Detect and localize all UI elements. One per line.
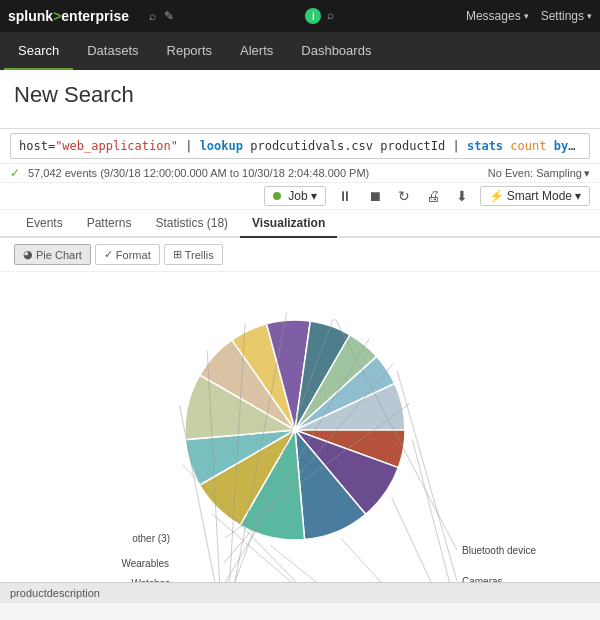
page-title: New Search bbox=[14, 82, 586, 108]
nav-item-datasets[interactable]: Datasets bbox=[73, 32, 152, 70]
svg-line-12 bbox=[392, 498, 457, 582]
tabs-row: Events Patterns Statistics (18) Visualiz… bbox=[0, 210, 600, 238]
nav-item-reports[interactable]: Reports bbox=[153, 32, 227, 70]
chevron-down-icon: ▾ bbox=[524, 11, 529, 21]
lightning-icon: ⚡ bbox=[489, 189, 504, 203]
stop-icon[interactable]: ⏹ bbox=[364, 186, 386, 206]
smart-mode-button[interactable]: ⚡ Smart Mode ▾ bbox=[480, 186, 590, 206]
chevron-down-icon: ▾ bbox=[575, 189, 581, 203]
chevron-down-icon: ▾ bbox=[587, 11, 592, 21]
search-bar-container: host="web_application" | lookup prodcuti… bbox=[0, 129, 600, 164]
search-input[interactable]: host="web_application" | lookup prodcuti… bbox=[10, 133, 590, 159]
viz-toolbar: ◕ Pie Chart ✓ Format ⊞ Trellis bbox=[0, 238, 600, 272]
activity-icon[interactable]: ⌕ bbox=[149, 9, 156, 23]
settings-button[interactable]: Settings ▾ bbox=[541, 9, 592, 23]
event-count: 57,042 events (9/30/18 12:00:00.000 AM t… bbox=[28, 167, 369, 179]
chevron-down-icon: ▾ bbox=[584, 167, 590, 180]
search-icon[interactable]: ⌕ bbox=[327, 8, 334, 24]
page-header: New Search bbox=[0, 70, 600, 129]
svg-line-14 bbox=[397, 371, 457, 581]
chart-area: other (3)WearablesWatchesTabletsSpeakers… bbox=[0, 272, 600, 582]
download-icon[interactable]: ⬇ bbox=[452, 186, 472, 206]
trellis-icon: ⊞ bbox=[173, 248, 182, 261]
pie-chart-button[interactable]: ◕ Pie Chart bbox=[14, 244, 91, 265]
chart-label: Wearables bbox=[121, 558, 169, 569]
tab-statistics[interactable]: Statistics (18) bbox=[143, 210, 240, 238]
nav-item-alerts[interactable]: Alerts bbox=[226, 32, 287, 70]
nav-item-dashboards[interactable]: Dashboards bbox=[287, 32, 385, 70]
sampling-button[interactable]: No Even: Sampling ▾ bbox=[488, 167, 590, 180]
chart-label: other (3) bbox=[132, 533, 170, 544]
chart-label: Cameras bbox=[462, 576, 503, 582]
format-icon: ✓ bbox=[104, 248, 113, 261]
pie-chart-svg: other (3)WearablesWatchesTabletsSpeakers… bbox=[0, 272, 600, 582]
chart-label: Bluetooth device bbox=[462, 545, 536, 556]
edit-icon[interactable]: ✎ bbox=[164, 9, 174, 23]
tab-patterns[interactable]: Patterns bbox=[75, 210, 144, 238]
job-button[interactable]: Job ▾ bbox=[264, 186, 325, 206]
svg-line-13 bbox=[413, 440, 457, 582]
status-dot bbox=[273, 192, 281, 200]
trellis-button[interactable]: ⊞ Trellis bbox=[164, 244, 223, 265]
check-icon: ✓ bbox=[10, 166, 20, 180]
format-button[interactable]: ✓ Format bbox=[95, 244, 160, 265]
pause-icon[interactable]: ⏸ bbox=[334, 186, 356, 206]
refresh-icon[interactable]: ↻ bbox=[394, 186, 414, 206]
toolbar: Job ▾ ⏸ ⏹ ↻ 🖨 ⬇ ⚡ Smart Mode ▾ bbox=[0, 183, 600, 210]
print-icon[interactable]: 🖨 bbox=[422, 186, 444, 206]
messages-button[interactable]: Messages ▾ bbox=[466, 9, 529, 23]
nav-bar: Search Datasets Reports Alerts Dashboard… bbox=[0, 32, 600, 70]
chart-label: Watches bbox=[131, 578, 170, 582]
footer: productdescription bbox=[0, 582, 600, 603]
svg-line-10 bbox=[270, 545, 457, 582]
status-bar: ✓ 57,042 events (9/30/18 12:00:00.000 AM… bbox=[0, 164, 600, 183]
top-bar: splunk>enterprise ⌕ ✎ i ⌕ Messages ▾ Set… bbox=[0, 0, 600, 32]
tab-events[interactable]: Events bbox=[14, 210, 75, 238]
chart-container: other (3)WearablesWatchesTabletsSpeakers… bbox=[0, 272, 600, 582]
pie-chart-icon: ◕ bbox=[23, 248, 33, 261]
nav-item-search[interactable]: Search bbox=[4, 32, 73, 70]
tab-visualization[interactable]: Visualization bbox=[240, 210, 337, 238]
chevron-down-icon: ▾ bbox=[311, 189, 317, 203]
logo: splunk>enterprise bbox=[8, 8, 129, 24]
footer-label: productdescription bbox=[10, 587, 100, 599]
info-icon[interactable]: i bbox=[305, 8, 321, 24]
